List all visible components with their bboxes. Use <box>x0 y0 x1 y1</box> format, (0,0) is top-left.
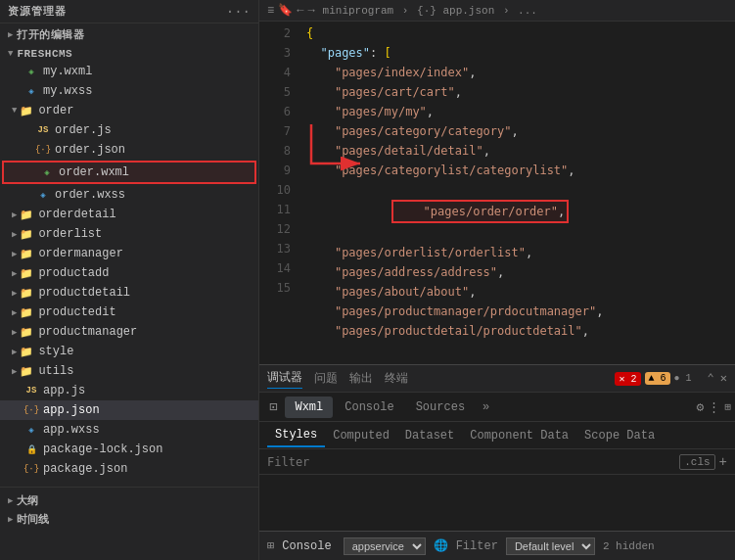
code-line-6: "pages/my/my", <box>306 102 727 121</box>
back-icon[interactable]: ← <box>297 4 303 18</box>
dock-icon[interactable]: ⊞ <box>724 400 731 413</box>
dev-tab-console[interactable]: Console <box>335 397 403 418</box>
open-editors-header[interactable]: ▶ 打开的编辑器 <box>0 25 258 44</box>
debugger-badges: ✕ 2 ▲ 6 ● 1 <box>615 372 691 386</box>
sidebar-title: 资源管理器 <box>8 4 67 19</box>
forward-icon[interactable]: → <box>307 4 314 18</box>
sidebar-item-package-lock[interactable]: 🔒 package-lock.json <box>0 440 258 459</box>
sidebar-item-productedit[interactable]: ▶ 📁 productedit <box>0 303 258 322</box>
expand-icon[interactable]: ⊞ <box>267 538 274 553</box>
style-tab-styles[interactable]: Styles <box>267 424 325 447</box>
debugger-tab-output[interactable]: 输出 <box>349 370 373 387</box>
code-content: { "pages": [ "pages/index/index", "pages… <box>299 22 735 364</box>
sidebar-dots[interactable]: ··· <box>226 4 251 20</box>
level-select[interactable]: Default level <box>506 537 595 555</box>
timeline-item[interactable]: ▶ 时间线 <box>0 510 258 529</box>
sidebar-item-label: my.wxml <box>43 65 92 78</box>
wxss-icon: ◈ <box>35 187 51 203</box>
folder-icon: 📁 <box>19 285 34 301</box>
console-label[interactable]: Console <box>282 539 331 553</box>
style-tab-computed[interactable]: Computed <box>325 425 397 446</box>
expand-icon[interactable]: ⌃ <box>708 371 714 386</box>
chevron-right-icon: ▶ <box>12 249 17 259</box>
sidebar-bottom: ▶ 大纲 ▶ 时间线 <box>0 487 258 529</box>
debugger-tab-issues[interactable]: 问题 <box>314 370 338 387</box>
project-header[interactable]: ▼ FRESHCMS <box>0 46 258 62</box>
filter-label: Filter <box>456 539 498 553</box>
styles-tabs-bar: Styles Computed Dataset Component Data S… <box>259 422 735 449</box>
code-line-12: "pages/address/address", <box>306 262 727 282</box>
code-line-10: "pages/order/order", <box>306 180 727 243</box>
sidebar-item-orderdetail[interactable]: ▶ 📁 orderdetail <box>0 205 258 224</box>
hidden-count: 2 hidden <box>603 540 655 552</box>
bookmark-icon: 🔖 <box>278 3 293 18</box>
outline-label: 大纲 <box>17 493 38 508</box>
sidebar-item-orderlist[interactable]: ▶ 📁 orderlist <box>0 224 258 244</box>
debugger-tab-terminal[interactable]: 终端 <box>385 370 408 387</box>
filter-input[interactable] <box>267 455 679 469</box>
sidebar-item-my-wxml[interactable]: ◈ my.wxml <box>0 62 258 81</box>
code-line-11: "pages/orderlist/orderlist", <box>306 243 727 262</box>
line-numbers: 2 3 4 5 6 7 8 9 10 11 12 13 14 15 <box>259 22 299 364</box>
chevron-right-icon: ▶ <box>12 229 17 240</box>
chevron-right-icon: ▶ <box>12 327 17 338</box>
debugger-top-bar: 调试器 问题 输出 终端 ✕ 2 ▲ 6 ● 1 ⌃ ✕ <box>259 365 735 393</box>
sidebar-item-label: app.wxss <box>43 423 100 437</box>
sidebar-item-order[interactable]: ▼ 📁 order <box>0 101 258 120</box>
sidebar-item-app-js[interactable]: JS app.js <box>0 381 258 400</box>
breadcrumb: miniprogram › {·} app.json › ... <box>323 5 537 17</box>
style-tab-scope-data[interactable]: Scope Data <box>576 425 663 446</box>
sidebar-item-order-wxml[interactable]: ◈ order.wxml <box>2 161 256 184</box>
chevron-right-icon: ▶ <box>8 514 13 525</box>
minimap-icon: ≡ <box>267 4 274 18</box>
sidebar-item-package-json[interactable]: {·} package.json <box>0 459 258 479</box>
outline-item[interactable]: ▶ 大纲 <box>0 491 258 510</box>
sidebar-item-label: app.js <box>43 384 85 397</box>
code-line-13: "pages/about/about", <box>306 282 727 302</box>
chevron-down-icon: ▼ <box>12 106 17 116</box>
code-line-2: { <box>306 23 727 43</box>
dev-tab-wxml[interactable]: Wxml <box>285 397 333 418</box>
style-tab-component-data[interactable]: Component Data <box>462 425 576 446</box>
style-tab-dataset[interactable]: Dataset <box>397 425 462 446</box>
service-select[interactable]: appservice <box>344 537 426 555</box>
wxss-icon: ◈ <box>23 422 39 438</box>
selector-icon[interactable]: ⊡ <box>263 397 283 417</box>
code-line-7: "pages/category/category", <box>306 121 727 141</box>
project-section: ▼ FRESHCMS ◈ my.wxml ◈ my.wxss ▼ 📁 <box>0 46 258 479</box>
debugger-tab-debugger[interactable]: 调试器 <box>267 369 302 389</box>
close-icon[interactable]: ✕ <box>720 371 727 386</box>
chevron-right-icon: ▶ <box>12 347 17 357</box>
sidebar-item-app-json[interactable]: {·} app.json <box>0 400 258 420</box>
code-line-9: "pages/categorylist/categorylist", <box>306 161 727 180</box>
sidebar-item-app-wxss[interactable]: ◈ app.wxss <box>0 420 258 440</box>
folder-icon: 📁 <box>19 363 34 379</box>
sidebar-item-order-wxss[interactable]: ◈ order.wxss <box>0 185 258 205</box>
sidebar-item-label: style <box>38 345 73 358</box>
add-icon[interactable]: + <box>719 454 727 470</box>
chevron-right-icon: ▶ <box>12 366 17 377</box>
globe-icon: 🌐 <box>434 538 448 553</box>
sidebar-item-label: productadd <box>38 266 109 280</box>
cls-button[interactable]: .cls <box>679 454 714 470</box>
sidebar-item-ordermanager[interactable]: ▶ 📁 ordermanager <box>0 244 258 263</box>
dev-tab-more[interactable]: » <box>477 397 495 418</box>
sidebar-item-productmanager[interactable]: ▶ 📁 productmanager <box>0 322 258 342</box>
dev-tab-controls: ⚙ ⋮ ⊞ <box>697 399 731 415</box>
sidebar-item-productdetail[interactable]: ▶ 📁 productdetail <box>0 283 258 303</box>
code-editor: 2 3 4 5 6 7 8 9 10 11 12 13 14 15 <box>259 22 735 364</box>
sidebar-item-order-json[interactable]: {·} order.json <box>0 140 258 160</box>
sidebar-item-style[interactable]: ▶ 📁 style <box>0 342 258 361</box>
debugger-panel: 调试器 问题 输出 终端 ✕ 2 ▲ 6 ● 1 ⌃ ✕ <box>259 364 735 560</box>
chevron-right-icon: ▶ <box>8 29 13 40</box>
sidebar-item-order-js[interactable]: JS order.js <box>0 120 258 140</box>
sidebar-item-label: package-lock.json <box>43 443 162 456</box>
dev-tab-sources[interactable]: Sources <box>406 397 475 418</box>
settings-icon[interactable]: ⚙ <box>697 399 705 415</box>
sidebar-item-my-wxss[interactable]: ◈ my.wxss <box>0 81 258 101</box>
sidebar: 资源管理器 ··· ▶ 打开的编辑器 ▼ FRESHCMS ◈ m <box>0 0 259 560</box>
sidebar-item-utils[interactable]: ▶ 📁 utils <box>0 361 258 381</box>
more-icon[interactable]: ⋮ <box>708 399 720 415</box>
editor-top-bar: ≡ 🔖 ← → miniprogram › {·} app.json › ... <box>259 0 735 22</box>
sidebar-item-productadd[interactable]: ▶ 📁 productadd <box>0 263 258 283</box>
